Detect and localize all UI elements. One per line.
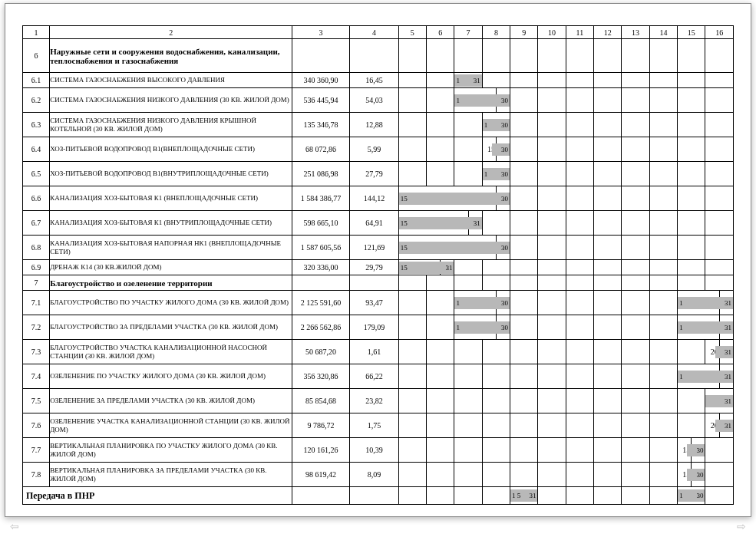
gantt-bar: 31 [719,340,733,364]
row-6-3: 6.3 СИСТЕМА ГАЗОСНАБЖЕНИЯ НИЗКОГО ДАВЛЕН… [23,113,734,137]
section-num: 7 [23,275,50,291]
row-7-5: 7.5 ОЗЕЛЕНЕНИЕ ЗА ПРЕДЕЛАМИ УЧАСТКА (30 … [23,389,734,413]
col-10: 10 [538,26,566,39]
gantt-bar-end: 31 [468,211,482,236]
gantt-bar: 131 [454,73,482,88]
next-page-arrow-icon[interactable]: ⇨ [733,520,750,532]
col-6: 6 [427,26,454,39]
gantt-bar: 130 [482,113,510,137]
gantt-bar-end: 30 [496,88,510,113]
gantt-bar: 1 [454,88,497,113]
document-page: 1 2 3 4 5 6 7 8 9 10 11 12 13 14 15 16 6… [5,3,751,517]
col-11: 11 [566,26,593,39]
row-6-7: 6.7 КАНАЛИЗАЦИЯ ХОЗ-БЫТОВАЯ К1 (ВНУТРИПЛ… [23,211,734,236]
gantt-bar-2: 1 [678,291,720,315]
section-6-header: 6 Наружные сети и сооружения водоснабжен… [23,39,734,73]
row-7-1: 7.1 БЛАГОУСТРОЙСТВО ПО УЧАСТКУ ЖИЛОГО ДО… [23,291,734,315]
gantt-bar-2: 1 [678,315,720,340]
col-16: 16 [705,26,734,39]
col-8: 8 [482,26,510,39]
gantt-bar-end: 30 [496,236,510,260]
footer-row: Передача в ПНР 1 531 130 [23,487,734,505]
gantt-bar: 31 [719,413,733,438]
section-title: Наружные сети и сооружения водоснабжения… [50,39,292,73]
gantt-bar: 130 [482,162,510,186]
gantt-bar: 1 [454,291,497,315]
row-6-8: 6.8 КАНАЛИЗАЦИЯ ХОЗ-БЫТОВАЯ НАПОРНАЯ НК1… [23,236,734,260]
gantt-bar-end: 31 [441,260,454,275]
row-7-3: 7.3 БЛАГОУСТРОЙСТВО УЧАСТКА КАНАЛИЗАЦИОН… [23,340,734,364]
row-6-9: 6.9 ДРЕНАЖ К14 (30 КВ.ЖИЛОЙ ДОМ) 320 336… [23,260,734,275]
gantt-bar: 30 [692,438,705,463]
header-row: 1 2 3 4 5 6 7 8 9 10 11 12 13 14 15 16 [23,26,734,39]
col-13: 13 [622,26,649,39]
section-title: Благоустройство и озеленение территории [50,275,292,291]
gantt-bar-2: 130 [678,487,705,505]
row-7-8: 7.8 ВЕРТИКАЛЬНАЯ ПЛАНИРОВКА ЗА ПРЕДЕЛАМИ… [23,463,734,487]
col-4: 4 [350,26,399,39]
row-7-6: 7.6 ОЗЕЛЕНЕНИЕ УЧАСТКА КАНАЛИЗАЦИОННОЙ С… [23,413,734,438]
gantt-bar-end: 30 [496,186,510,211]
row-6-4: 6.4 ХОЗ-ПИТЬЕВОЙ ВОДОПРОВОД В1(ВНЕПЛОЩАД… [23,137,734,162]
col-1: 1 [23,26,50,39]
row-6-6: 6.6 КАНАЛИЗАЦИЯ ХОЗ-БЫТОВАЯ К1 (ВНЕПЛОЩА… [23,186,734,211]
footer-label: Передача в ПНР [23,487,292,505]
gantt-bar: 1 531 [510,487,538,505]
row-6-5: 6.5 ХОЗ-ПИТЬЕВОЙ ВОДОПРОВОД В1(ВНУТРИПЛО… [23,162,734,186]
col-3: 3 [292,26,350,39]
gantt-bar: 30 [692,463,705,487]
gantt-bar: 1 [678,364,720,389]
col-7: 7 [454,26,482,39]
col-2: 2 [50,26,292,39]
row-6-2: 6.2 СИСТЕМА ГАЗОСНАБЖЕНИЯ НИЗКОГО ДАВЛЕН… [23,88,734,113]
section-7-header: 7 Благоустройство и озеленение территори… [23,275,734,291]
section-num: 6 [23,39,50,73]
col-9: 9 [510,26,538,39]
gantt-bar: 15 [398,260,412,275]
row-7-4: 7.4 ОЗЕЛЕНЕНИЕ ПО УЧАСТКУ ЖИЛОГО ДОМА (3… [23,364,734,389]
row-7-2: 7.2 БЛАГОУСТРОЙСТВО ЗА ПРЕДЕЛАМИ УЧАСТКА… [23,315,734,340]
col-14: 14 [649,26,677,39]
gantt-bar: 15 [398,186,412,211]
col-15: 15 [678,26,705,39]
gantt-bar: 31 [705,389,734,413]
gantt-bar: 15 [398,236,412,260]
gantt-bar: 15 [398,211,412,236]
row-6-1: 6.1 СИСТЕМА ГАЗОСНАБЖЕНИЯ ВЫСОКОГО ДАВЛЕ… [23,73,734,88]
schedule-table: 1 2 3 4 5 6 7 8 9 10 11 12 13 14 15 16 6… [22,25,734,505]
prev-page-arrow-icon[interactable]: ⇦ [6,520,23,532]
gantt-bar: 1 [454,315,497,340]
row-7-7: 7.7 ВЕРТИКАЛЬНАЯ ПЛАНИРОВКА ПО УЧАСТКУ Ж… [23,438,734,463]
col-5: 5 [398,26,426,39]
col-12: 12 [594,26,622,39]
gantt-bar: 30 [496,137,510,162]
